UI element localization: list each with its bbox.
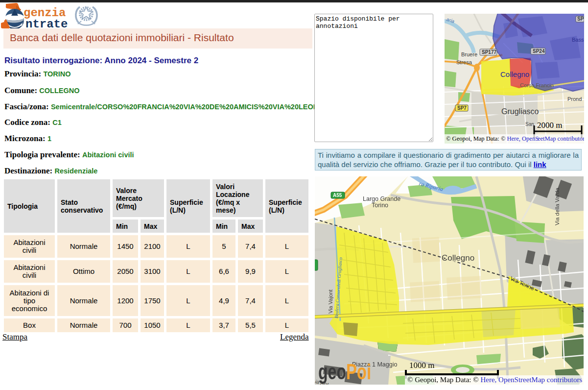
svg-text:Collegno: Collegno	[442, 253, 474, 263]
svg-text:Grugliasco: Grugliasco	[501, 107, 539, 116]
svg-text:geo: geo	[318, 359, 346, 384]
svg-text:1000 m: 1000 m	[409, 361, 434, 370]
svg-text:SP: SP	[577, 16, 584, 22]
svg-text:2000 m: 2000 m	[537, 121, 562, 130]
svg-text:San: San	[525, 122, 534, 127]
svg-text:Prond: Prond	[567, 96, 582, 102]
svg-text:Bruere: Bruere	[461, 51, 477, 57]
svg-text:© Geopoi, Map Data: © Here, Op: © Geopoi, Map Data: © Here, OpenS	[446, 135, 539, 142]
svg-text:© Geopoi, Map Data: © Here, Op: © Geopoi, Map Data: © Here, OpenStreetMa…	[407, 376, 582, 384]
svg-text:Largo Grande: Largo Grande	[363, 195, 400, 202]
svg-text:eetMap contributor: eetMap contributor	[538, 135, 584, 142]
svg-text:Corso Francia: Corso Francia	[520, 82, 554, 88]
svg-text:Via Vajont: Via Vajont	[328, 290, 333, 314]
svg-text:A55: A55	[333, 193, 342, 198]
svg-text:Torino: Torino	[372, 202, 388, 209]
svg-text:Bass: Bass	[572, 37, 584, 43]
svg-text:SP7: SP7	[457, 105, 467, 111]
svg-text:SP177: SP177	[482, 49, 496, 55]
svg-text:Poi: Poi	[346, 359, 371, 384]
svg-text:Stresa: Stresa	[456, 59, 472, 65]
svg-text:Via della Varda: Via della Varda	[554, 187, 560, 225]
svg-text:Collegno: Collegno	[500, 70, 529, 78]
svg-text:SP24: SP24	[533, 49, 545, 54]
svg-text:ntrate: ntrate	[25, 18, 68, 28]
